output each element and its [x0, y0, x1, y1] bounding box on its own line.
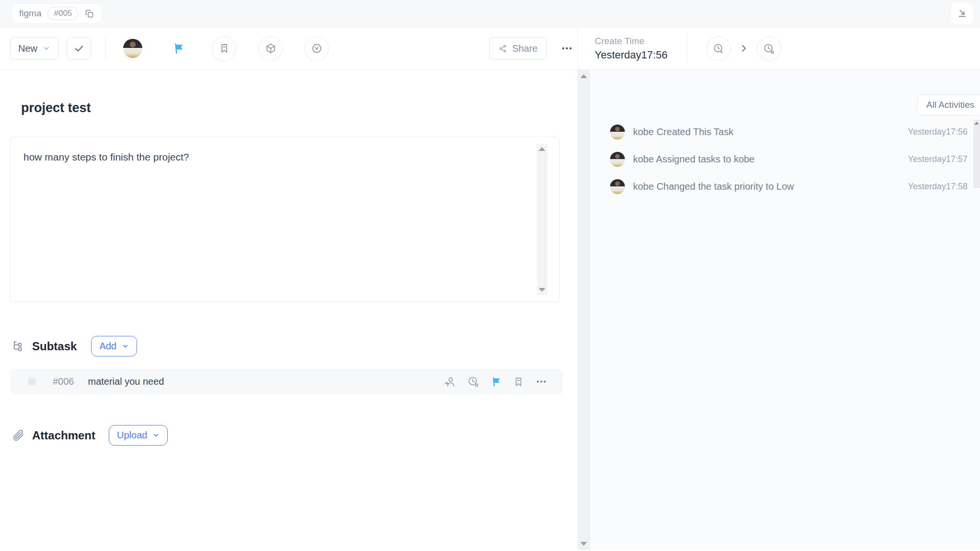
activity-filter-button[interactable]: All Activities — [917, 94, 980, 115]
activity-row: kobe Changed the task priority to Low Ye… — [590, 173, 980, 200]
create-time-block: Create Time Yesterday17:56 — [595, 36, 668, 61]
attachment-heading: Attachment — [32, 429, 95, 442]
chevron-down-icon — [43, 45, 50, 52]
activity-panel: All Activities kobe Created This Task Ye… — [589, 70, 980, 550]
status-dropdown-label: New — [18, 43, 37, 54]
version-circle-icon — [311, 43, 323, 54]
dock-arrow-icon — [957, 8, 968, 19]
activity-avatar — [610, 152, 625, 167]
attachment-header: Attachment Upload — [12, 425, 577, 446]
task-title[interactable]: project test — [21, 101, 577, 115]
subtask-more-button[interactable] — [535, 376, 547, 388]
subtask-priority-button[interactable] — [490, 376, 502, 388]
copy-link-icon[interactable] — [84, 9, 94, 19]
task-detail-window: figma #005 New — [0, 0, 980, 551]
subtask-status-checkbox[interactable] — [28, 378, 35, 385]
minimize-to-corner-button[interactable] — [951, 3, 973, 24]
activity-text: kobe Changed the task priority to Low — [633, 181, 794, 192]
subtask-label-button[interactable] — [513, 376, 524, 388]
scroll-down-arrow-icon[interactable] — [539, 288, 545, 292]
bookmark-label-icon — [513, 376, 524, 388]
due-time-button[interactable] — [757, 36, 781, 61]
paperclip-icon — [12, 429, 25, 442]
create-time-value[interactable]: Yesterday17:56 — [595, 49, 668, 61]
description-scrollbar[interactable] — [537, 144, 547, 295]
more-actions-button[interactable] — [556, 42, 577, 55]
share-button[interactable]: Share — [489, 37, 547, 60]
activity-text: kobe Created This Task — [633, 126, 733, 138]
subtask-row[interactable]: #006 material you need — [10, 369, 563, 394]
panel-scrollbar-thumb[interactable] — [973, 120, 980, 188]
assign-person-icon — [444, 376, 456, 388]
share-icon — [498, 44, 507, 53]
version-button[interactable] — [304, 36, 329, 61]
upload-label: Upload — [117, 430, 147, 441]
flag-icon — [490, 376, 502, 388]
complete-task-button[interactable] — [67, 37, 91, 60]
page-scrollbar[interactable] — [577, 70, 589, 550]
status-dropdown-button[interactable]: New — [10, 37, 58, 60]
scroll-up-arrow-icon[interactable] — [539, 147, 545, 151]
panel-header-divider — [687, 34, 687, 63]
task-number-badge: #005 — [47, 7, 78, 20]
cube-icon — [265, 43, 277, 54]
activity-timestamp: Yesterday17:57 — [908, 154, 968, 164]
activity-list: kobe Created This Task Yesterday17:56 ko… — [590, 118, 980, 200]
toolbar: New — [0, 27, 980, 70]
activity-timestamp: Yesterday17:58 — [908, 182, 968, 192]
top-bar: figma #005 — [0, 0, 980, 27]
assignee-avatar[interactable] — [123, 39, 142, 58]
subtask-row-actions — [444, 376, 547, 388]
chevron-down-icon — [152, 432, 160, 439]
activity-avatar — [610, 179, 625, 194]
activity-filter-label: All Activities — [926, 100, 974, 110]
storypoint-button[interactable] — [258, 36, 283, 61]
subtask-id: #006 — [53, 376, 74, 387]
create-time-label: Create Time — [595, 36, 668, 46]
scroll-down-arrow-icon[interactable] — [580, 542, 587, 546]
add-subtask-label: Add — [99, 341, 116, 352]
subtask-time-button[interactable] — [467, 376, 479, 388]
priority-flag-button[interactable] — [172, 42, 185, 55]
share-button-label: Share — [512, 43, 538, 54]
bookmark-label-icon — [219, 43, 230, 54]
label-button[interactable] — [212, 36, 236, 61]
add-subtask-button[interactable]: Add — [91, 336, 137, 356]
subtask-header: Subtask Add — [12, 336, 577, 356]
clock-pause-icon — [763, 43, 775, 55]
description-editor[interactable]: how many steps to finish the project? — [10, 137, 560, 302]
project-name[interactable]: figma — [19, 8, 41, 19]
check-icon — [73, 43, 85, 54]
subtask-title[interactable]: material you need — [88, 376, 164, 387]
panel-header: Create Time Yesterday17:56 — [577, 27, 980, 69]
toolbar-divider — [105, 38, 106, 59]
scroll-up-arrow-icon — [974, 122, 979, 125]
description-text: how many steps to finish the project? — [23, 151, 526, 163]
flag-icon — [172, 42, 185, 55]
activity-row: kobe Assigned tasks to kobe Yesterday17:… — [590, 146, 980, 173]
clock-pause-icon — [467, 376, 479, 388]
activity-row: kobe Created This Task Yesterday17:56 — [590, 118, 980, 146]
upload-attachment-button[interactable]: Upload — [109, 425, 168, 446]
start-time-button[interactable] — [706, 36, 731, 61]
clock-play-icon — [713, 43, 725, 55]
scroll-up-arrow-icon[interactable] — [580, 74, 587, 78]
activity-avatar — [610, 125, 625, 139]
subtask-heading: Subtask — [32, 340, 77, 353]
toolbar-left: New — [0, 27, 577, 69]
activity-timestamp: Yesterday17:56 — [908, 127, 968, 137]
body: project test how many steps to finish th… — [0, 70, 980, 550]
activity-text: kobe Assigned tasks to kobe — [633, 154, 755, 165]
ellipsis-icon — [535, 376, 547, 388]
chevron-down-icon — [122, 343, 129, 350]
main-content: project test how many steps to finish th… — [0, 70, 577, 550]
breadcrumb: figma #005 — [12, 3, 102, 23]
assign-member-button[interactable] — [444, 376, 456, 388]
chevron-right-icon — [739, 44, 749, 53]
ellipsis-icon — [561, 42, 573, 55]
subtask-tree-icon — [12, 340, 25, 353]
